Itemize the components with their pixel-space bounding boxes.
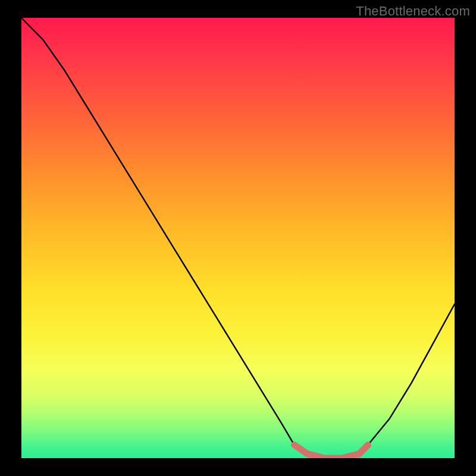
watermark-text: TheBottleneck.com — [356, 4, 470, 19]
chart-frame: TheBottleneck.com — [0, 0, 476, 476]
plot-area — [21, 18, 455, 458]
optimal-flat-region — [295, 445, 368, 458]
curve-layer — [21, 18, 455, 458]
bottleneck-curve — [21, 18, 455, 458]
